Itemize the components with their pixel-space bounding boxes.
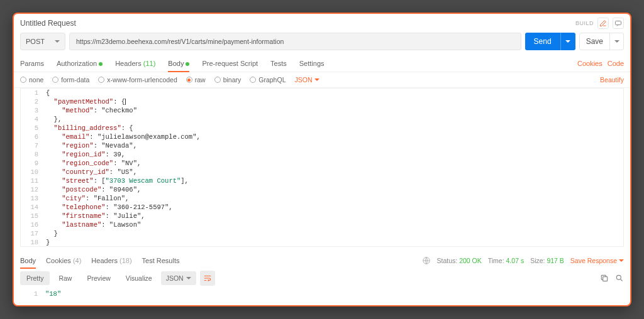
globe-icon xyxy=(422,256,431,265)
save-button[interactable]: Save xyxy=(579,33,624,50)
svg-rect-2 xyxy=(603,277,608,281)
cookies-link[interactable]: Cookies xyxy=(577,60,602,67)
edit-icon[interactable] xyxy=(597,18,609,29)
view-preview[interactable]: Preview xyxy=(80,271,116,285)
bodytype-xwww[interactable]: x-www-form-urlencoded xyxy=(98,76,177,84)
request-title: Untitled Request xyxy=(20,19,76,28)
tab-tests[interactable]: Tests xyxy=(270,55,287,72)
bodytype-formdata[interactable]: form-data xyxy=(52,76,89,84)
raw-language-select[interactable]: JSON xyxy=(294,76,319,84)
response-lang-select[interactable]: JSON xyxy=(161,271,196,285)
method-select[interactable]: POST xyxy=(20,33,65,50)
tab-body[interactable]: Body xyxy=(168,55,189,72)
svg-point-3 xyxy=(616,275,621,279)
response-body: 1"18" xyxy=(14,288,630,305)
beautify-link[interactable]: Beautify xyxy=(600,76,624,84)
tab-authorization[interactable]: Authorization xyxy=(57,55,103,72)
search-icon[interactable] xyxy=(615,274,624,283)
body-dot-icon xyxy=(186,62,189,66)
tab-prerequest[interactable]: Pre-request Script xyxy=(202,55,258,72)
bodytype-raw[interactable]: raw xyxy=(186,76,206,84)
auth-dot-icon xyxy=(99,62,103,66)
code-link[interactable]: Code xyxy=(608,60,624,67)
comment-icon[interactable] xyxy=(613,18,624,29)
view-raw[interactable]: Raw xyxy=(52,271,78,285)
resp-tab-body[interactable]: Body xyxy=(20,253,36,268)
tab-settings[interactable]: Settings xyxy=(299,55,325,72)
resp-tab-cookies[interactable]: Cookies (4) xyxy=(46,253,81,268)
build-label: BUILD xyxy=(575,20,594,26)
status-value: 200 OK xyxy=(459,257,482,264)
send-button[interactable]: Send xyxy=(525,33,575,50)
bodytype-graphql[interactable]: GraphQL xyxy=(250,76,286,84)
svg-rect-0 xyxy=(616,21,621,25)
resp-tab-headers[interactable]: Headers (18) xyxy=(91,253,131,268)
size-value: 917 B xyxy=(547,257,564,264)
method-value: POST xyxy=(26,38,45,45)
send-dropdown[interactable] xyxy=(560,33,575,50)
save-dropdown[interactable] xyxy=(609,33,623,50)
url-input[interactable] xyxy=(69,33,521,50)
resp-tab-tests[interactable]: Test Results xyxy=(142,253,180,268)
save-response[interactable]: Save Response xyxy=(570,257,624,264)
bodytype-binary[interactable]: binary xyxy=(214,76,242,84)
view-pretty[interactable]: Pretty xyxy=(20,271,50,285)
request-body-editor[interactable]: 1{2 "paymentMethod": {3 "method": "check… xyxy=(20,88,624,247)
bodytype-none[interactable]: none xyxy=(20,76,43,84)
copy-icon[interactable] xyxy=(600,274,609,283)
wrap-icon[interactable] xyxy=(200,271,215,286)
tab-headers[interactable]: Headers (11) xyxy=(115,55,155,72)
time-value: 4.07 s xyxy=(506,257,525,264)
view-visualize[interactable]: Visualize xyxy=(119,271,158,285)
tab-params[interactable]: Params xyxy=(20,55,44,72)
